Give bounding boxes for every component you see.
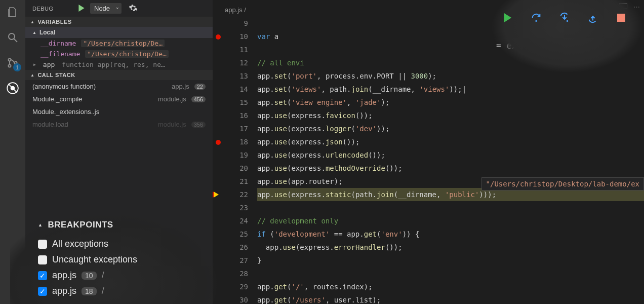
- start-debug-button[interactable]: [78, 5, 85, 13]
- svg-point-9: [567, 20, 568, 22]
- debug-config-select[interactable]: Node: [90, 3, 122, 14]
- var-app[interactable]: ▶ app function app(req, res, ne…: [25, 59, 213, 70]
- editor-pane: app.js / ⋯ 91011121314151617181920212223…: [213, 0, 644, 304]
- bp-uncaught-exceptions[interactable]: Uncaught exceptions: [38, 252, 208, 268]
- breakpoints-panel: ▲ BREAKPOINTS All exceptions Uncaught ex…: [10, 210, 223, 304]
- svg-point-3: [9, 65, 11, 67]
- svg-point-2: [9, 59, 11, 61]
- breakpoints-section-header[interactable]: ▲ BREAKPOINTS: [38, 220, 208, 230]
- svg-point-0: [9, 33, 15, 40]
- checkbox-checked[interactable]: ✓: [38, 271, 47, 280]
- debug-icon[interactable]: [6, 81, 20, 95]
- stack-frame-2[interactable]: Module._extensions..js: [25, 105, 213, 118]
- svg-rect-10: [617, 14, 625, 22]
- bp-app-18[interactable]: ✓ app.js 18 /: [38, 283, 208, 299]
- bp-all-exceptions[interactable]: All exceptions: [38, 236, 208, 252]
- callstack-section-header[interactable]: ▲CALL STACK: [25, 70, 213, 80]
- step-into-button[interactable]: [558, 11, 571, 24]
- git-icon[interactable]: 1: [6, 56, 20, 70]
- stack-frame-3[interactable]: module.load module.js 356: [25, 118, 213, 131]
- stack-frame-0[interactable]: (anonymous function) app.js 22: [25, 80, 213, 93]
- step-over-button[interactable]: [530, 11, 543, 24]
- var-filename[interactable]: __filename "/Users/christop/De…: [25, 49, 213, 59]
- variables-section-header[interactable]: ▲VARIABLES: [25, 17, 213, 27]
- explorer-icon[interactable]: [6, 5, 20, 19]
- debug-title: DEBUG: [32, 6, 73, 12]
- checkbox-checked[interactable]: ✓: [38, 287, 47, 296]
- tab-app-js[interactable]: app.js /: [223, 3, 248, 17]
- scope-local[interactable]: ▲Local: [25, 27, 213, 38]
- checkbox-unchecked[interactable]: [38, 255, 47, 264]
- bp-app-10[interactable]: ✓ app.js 10 /: [38, 268, 208, 283]
- stop-button[interactable]: [615, 11, 628, 24]
- svg-line-1: [14, 39, 17, 42]
- search-icon[interactable]: [6, 30, 20, 45]
- debug-toolbar: [486, 0, 644, 76]
- debug-header: DEBUG Node: [25, 0, 213, 17]
- stack-frame-1[interactable]: Module._compile module.js 456: [25, 93, 213, 105]
- svg-line-7: [8, 84, 17, 92]
- var-dirname[interactable]: __dirname "/Users/christop/De…: [25, 38, 213, 49]
- debug-sidebar: DEBUG Node ▲VARIABLES ▲Local __dirname "…: [25, 0, 213, 304]
- git-badge: 1: [13, 63, 21, 71]
- continue-button[interactable]: [501, 11, 514, 24]
- svg-point-8: [535, 20, 537, 22]
- gear-icon[interactable]: [129, 4, 138, 14]
- checkbox-unchecked[interactable]: [38, 240, 47, 249]
- hover-tooltip: "/Users/christop/Desktop/lab-demo/ex: [481, 177, 644, 191]
- step-out-button[interactable]: [586, 11, 599, 24]
